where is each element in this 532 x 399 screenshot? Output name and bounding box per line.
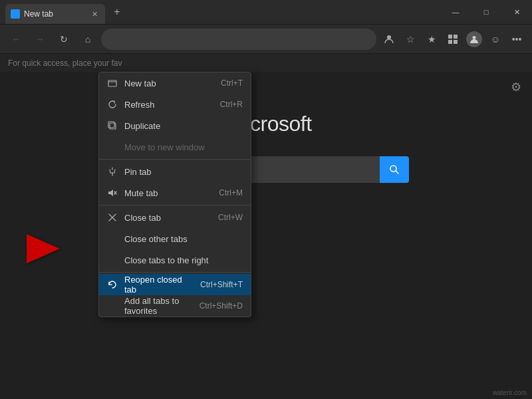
tab-title: New tab (24, 9, 85, 19)
menu-label-reopen-closed: Reopen closed tab (124, 275, 194, 295)
menu-icon-close-tab (107, 212, 118, 223)
menu-item-reopen-closed[interactable]: Reopen closed tabCtrl+Shift+T (99, 274, 251, 295)
menu-icon-new-tab (107, 78, 118, 88)
minimize-button[interactable]: — (440, 0, 471, 24)
title-bar: New tab ✕ + — □ ✕ (0, 0, 532, 24)
menu-divider (99, 159, 251, 160)
main-content: ⚙ icrosoft New tabCtrl+TRefreshCtrl+RDup… (0, 72, 532, 399)
menu-label-close-tab: Close tab (124, 213, 211, 223)
menu-item-close-tab[interactable]: Close tabCtrl+W (99, 207, 251, 228)
svg-rect-3 (448, 40, 452, 44)
menu-label-mute-tab: Mute tab (124, 188, 212, 198)
menu-icon-refresh (107, 99, 118, 110)
menu-label-add-favorites: Add all tabs to favorites (124, 296, 193, 316)
menu-item-duplicate[interactable]: Duplicate (99, 115, 251, 136)
microsoft-logo-text: icrosoft (245, 112, 311, 136)
svg-rect-1 (448, 35, 452, 39)
menu-icon-add-favorites (107, 301, 118, 311)
menu-label-pin-tab: Pin tab (124, 167, 243, 177)
watermark: waterir.com (493, 389, 527, 396)
menu-label-new-tab: New tab (124, 78, 214, 88)
search-button[interactable] (380, 156, 409, 183)
tab-close-button[interactable]: ✕ (89, 9, 100, 19)
svg-point-0 (387, 35, 391, 39)
account-icon[interactable] (464, 29, 484, 49)
new-tab-button[interactable]: + (108, 3, 126, 21)
menu-item-close-other[interactable]: Close other tabs (99, 228, 251, 249)
favorites-icon[interactable]: ☆ (400, 29, 420, 49)
tab-favicon (11, 9, 20, 19)
nav-icons: ☆ ★ ☺ ••• (379, 29, 527, 49)
page-settings-icon[interactable]: ⚙ (511, 80, 521, 94)
menu-shortcut-mute-tab: Ctrl+M (219, 188, 243, 198)
nav-bar: ← → ↻ ⌂ ☆ ★ ☺ ••• (0, 24, 532, 53)
favorites-hint: For quick access, place your fav (8, 59, 122, 68)
svg-rect-8 (108, 80, 116, 86)
settings-more-icon[interactable]: ••• (507, 29, 527, 49)
collections-icon[interactable]: ★ (422, 29, 442, 49)
refresh-button[interactable]: ↻ (53, 29, 74, 50)
avatar (466, 31, 482, 47)
close-button[interactable]: ✕ (501, 0, 532, 24)
svg-point-5 (473, 36, 476, 39)
red-arrow (27, 234, 60, 263)
menu-label-duplicate: Duplicate (124, 121, 243, 131)
tab-strip: New tab ✕ + (0, 0, 440, 24)
menu-icon-reopen-closed (107, 279, 118, 290)
menu-icon-move-window (107, 142, 118, 152)
menu-icon-duplicate (107, 120, 118, 131)
svg-rect-4 (454, 40, 458, 44)
menu-label-move-window: Move to new window (124, 142, 243, 152)
menu-item-add-favorites[interactable]: Add all tabs to favoritesCtrl+Shift+D (99, 295, 251, 317)
maximize-button[interactable]: □ (471, 0, 501, 24)
svg-rect-9 (110, 123, 116, 129)
menu-icon-close-right (107, 255, 118, 265)
menu-divider (99, 272, 251, 273)
svg-rect-10 (108, 122, 114, 128)
svg-marker-12 (108, 190, 113, 196)
menu-item-new-tab[interactable]: New tabCtrl+T (99, 72, 251, 94)
context-menu: New tabCtrl+TRefreshCtrl+RDuplicateMove … (98, 72, 251, 317)
menu-shortcut-reopen-closed: Ctrl+Shift+T (200, 280, 243, 289)
home-button[interactable]: ⌂ (77, 29, 98, 50)
menu-item-close-right[interactable]: Close tabs to the right (99, 249, 251, 271)
svg-rect-2 (454, 35, 458, 39)
browser-essentials-icon[interactable] (443, 29, 463, 49)
menu-label-close-right: Close tabs to the right (124, 255, 243, 265)
address-bar[interactable] (101, 29, 376, 50)
menu-shortcut-new-tab: Ctrl+T (221, 78, 243, 88)
menu-icon-pin-tab (107, 166, 118, 177)
menu-icon-close-other (107, 233, 118, 244)
menu-item-pin-tab[interactable]: Pin tab (99, 161, 251, 182)
menu-label-refresh: Refresh (124, 100, 213, 110)
forward-button[interactable]: → (29, 29, 51, 50)
menu-icon-mute-tab (107, 188, 118, 198)
menu-item-mute-tab[interactable]: Mute tabCtrl+M (99, 182, 251, 203)
active-tab[interactable]: New tab ✕ (5, 4, 105, 24)
menu-divider (99, 205, 251, 205)
menu-shortcut-close-tab: Ctrl+W (218, 213, 243, 222)
menu-item-move-window: Move to new window (99, 136, 251, 158)
menu-item-refresh[interactable]: RefreshCtrl+R (99, 94, 251, 115)
menu-shortcut-add-favorites: Ctrl+Shift+D (200, 301, 243, 311)
profile-icon[interactable] (379, 29, 399, 49)
favorites-bar: For quick access, place your fav (0, 53, 532, 72)
svg-line-7 (396, 171, 398, 174)
emoji-icon[interactable]: ☺ (485, 29, 505, 49)
window-controls: — □ ✕ (440, 0, 532, 24)
menu-shortcut-refresh: Ctrl+R (220, 100, 243, 109)
menu-label-close-other: Close other tabs (124, 234, 243, 244)
back-button[interactable]: ← (5, 29, 27, 50)
